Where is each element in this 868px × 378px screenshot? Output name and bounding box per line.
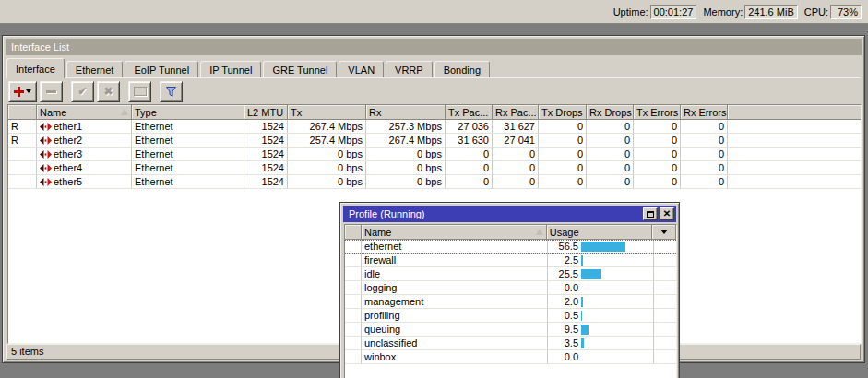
profile-row-logging[interactable]: logging0.0 (345, 281, 676, 295)
comment-icon (134, 87, 147, 96)
cell-flag (345, 337, 362, 350)
maximize-button[interactable] (643, 207, 658, 220)
cell-usage: 9.5 (548, 323, 654, 337)
column-header-rx[interactable]: Rx (366, 105, 446, 120)
cell-usage: 2.0 (548, 295, 654, 309)
tab-eoip-tunnel[interactable]: EoIP Tunnel (125, 61, 198, 78)
disable-button[interactable]: ✖ (97, 81, 120, 102)
profile-row-queuing[interactable]: queuing9.5 (345, 323, 676, 337)
ethernet-interface-icon (40, 123, 52, 131)
maximize-icon (647, 211, 654, 218)
close-button[interactable]: ✕ (660, 207, 674, 220)
tab-bonding[interactable]: Bonding (434, 61, 490, 78)
cell-tx_errors: 0 (634, 161, 681, 175)
cell-rx_packet: 0 (493, 161, 539, 175)
cell-filler (728, 148, 861, 161)
tab-ethernet[interactable]: Ethernet (66, 61, 124, 78)
profile-title: Profile (Running) (349, 208, 641, 219)
tab-gre-tunnel[interactable]: GRE Tunnel (263, 61, 337, 78)
cell-name: idle (362, 267, 548, 281)
uptime-label: Uptime: (613, 6, 648, 18)
interface-list-titlebar[interactable]: Interface List (6, 39, 862, 55)
column-header-tx-errors[interactable]: Tx Errors (634, 105, 681, 120)
cell-tx_errors: 0 (634, 134, 681, 148)
cell-usage: 0.5 (548, 309, 654, 323)
filter-button[interactable] (160, 81, 183, 102)
interface-list-tabs: InterfaceEthernetEoIP TunnelIP TunnelGRE… (6, 58, 861, 78)
cell-rx_errors: 0 (681, 134, 728, 148)
interface-row-ether1[interactable]: Rether1Ethernet1524267.4 Mbps257.3 Mbps2… (8, 120, 861, 134)
column-label: Usage (550, 227, 579, 238)
chevron-down-icon (26, 89, 31, 93)
uptime-field: Uptime: 00:01:27 (613, 5, 697, 19)
add-button[interactable] (8, 81, 37, 102)
profile-row-firewall[interactable]: firewall2.5 (345, 254, 676, 267)
cell-name: ether2 (37, 134, 132, 148)
interface-row-ether4[interactable]: ether4Ethernet15240 bps0 bps000000 (8, 161, 861, 175)
tab-vlan[interactable]: VLAN (339, 61, 384, 78)
profile-row-profiling[interactable]: profiling0.5 (345, 309, 676, 323)
dropdown-arrow-icon (660, 230, 668, 234)
cell-usage: 3.5 (548, 337, 654, 350)
cell-name: ether4 (37, 161, 132, 175)
profile-titlebar[interactable]: Profile (Running) ✕ (343, 206, 676, 222)
cell-l2_mtu: 1524 (244, 134, 288, 148)
cpu-field: CPU: 73% (804, 5, 862, 19)
usage-value: 0.0 (551, 351, 578, 362)
interface-row-ether5[interactable]: ether5Ethernet15240 bps0 bps000000 (8, 175, 861, 189)
tab-ip-tunnel[interactable]: IP Tunnel (200, 61, 261, 78)
cell-flag (345, 240, 362, 254)
cell-tx: 267.4 Mbps (288, 120, 366, 134)
column-header-tx-pac[interactable]: Tx Pac... (446, 105, 493, 120)
cell-rx_drops: 0 (587, 134, 634, 148)
cell-usage: 2.5 (548, 254, 654, 267)
cell-flag: R (8, 120, 37, 134)
profile-row-ethernet[interactable]: ethernet56.5 (345, 240, 676, 254)
column-header-usage[interactable]: Usage (547, 225, 652, 240)
comment-button[interactable] (128, 81, 151, 102)
interface-row-ether3[interactable]: ether3Ethernet15240 bps0 bps000000 (8, 148, 861, 161)
cell-rx: 0 bps (366, 161, 446, 175)
cell-tx_packet: 31 630 (446, 134, 493, 148)
column-header-rx-pac[interactable]: Rx Pac... (493, 105, 539, 120)
interface-list-toolbar: ✔✖ (8, 80, 185, 102)
column-header-type[interactable]: Type (132, 105, 244, 120)
profile-row-unclassified[interactable]: unclassified3.5 (345, 337, 676, 350)
enable-button[interactable]: ✔ (71, 81, 94, 102)
tab-vrrp[interactable]: VRRP (386, 61, 433, 78)
column-header-rx-errors[interactable]: Rx Errors (681, 105, 728, 120)
column-header-rx-drops[interactable]: Rx Drops (587, 105, 634, 120)
cell-rx_errors: 0 (681, 161, 728, 175)
column-header-l2-mtu[interactable]: L2 MTU (244, 105, 288, 120)
cell-rx_drops: 0 (587, 175, 634, 189)
remove-button[interactable] (40, 81, 63, 102)
column-header-tx-drops[interactable]: Tx Drops (539, 105, 587, 120)
cell-filler (728, 161, 861, 175)
cell-tx_drops: 0 (539, 161, 587, 175)
usage-bar (581, 255, 583, 266)
profile-row-management[interactable]: management2.0 (345, 295, 676, 309)
column-header-flag[interactable] (345, 225, 362, 240)
cpu-value: 73% (830, 5, 862, 19)
ethernet-interface-icon (40, 164, 52, 172)
cell-l2_mtu: 1524 (244, 148, 288, 161)
cell-flag (345, 267, 362, 281)
table-header-row: NameUsage (345, 225, 676, 240)
column-label: Name (40, 107, 66, 118)
cell-flag (8, 175, 37, 189)
profile-row-winbox[interactable]: winbox0.0 (345, 350, 676, 364)
tab-interface[interactable]: Interface (6, 58, 65, 78)
column-dropdown-button[interactable] (652, 225, 676, 240)
cell-l2_mtu: 1524 (244, 120, 288, 134)
cell-rx_packet: 0 (493, 148, 539, 161)
column-header-tx[interactable]: Tx (288, 105, 366, 120)
cell-rx_packet: 0 (493, 175, 539, 189)
interface-row-ether2[interactable]: Rether2Ethernet1524257.4 Mbps267.4 Mbps3… (8, 134, 861, 148)
column-header-name[interactable]: Name (362, 225, 547, 240)
column-header-flag[interactable] (8, 105, 37, 120)
column-header-name[interactable]: Name (37, 105, 132, 120)
cell-rx: 267.4 Mbps (366, 134, 446, 148)
profile-row-idle[interactable]: idle25.5 (345, 267, 676, 281)
cell-l2_mtu: 1524 (244, 161, 288, 175)
usage-value: 3.5 (551, 337, 578, 348)
